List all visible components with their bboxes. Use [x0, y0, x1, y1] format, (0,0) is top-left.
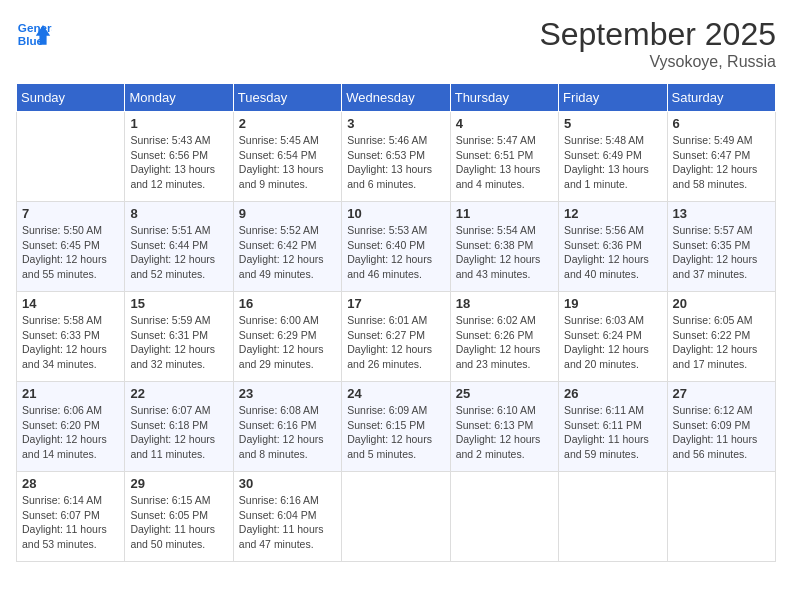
calendar-cell: 18Sunrise: 6:02 AM Sunset: 6:26 PM Dayli…	[450, 292, 558, 382]
calendar-cell: 24Sunrise: 6:09 AM Sunset: 6:15 PM Dayli…	[342, 382, 450, 472]
calendar-cell: 21Sunrise: 6:06 AM Sunset: 6:20 PM Dayli…	[17, 382, 125, 472]
calendar-cell: 9Sunrise: 5:52 AM Sunset: 6:42 PM Daylig…	[233, 202, 341, 292]
calendar-cell: 12Sunrise: 5:56 AM Sunset: 6:36 PM Dayli…	[559, 202, 667, 292]
day-info: Sunrise: 6:05 AM Sunset: 6:22 PM Dayligh…	[673, 313, 770, 372]
day-number: 17	[347, 296, 444, 311]
calendar-cell	[342, 472, 450, 562]
calendar-cell: 17Sunrise: 6:01 AM Sunset: 6:27 PM Dayli…	[342, 292, 450, 382]
day-info: Sunrise: 5:51 AM Sunset: 6:44 PM Dayligh…	[130, 223, 227, 282]
day-info: Sunrise: 6:15 AM Sunset: 6:05 PM Dayligh…	[130, 493, 227, 552]
calendar-cell: 30Sunrise: 6:16 AM Sunset: 6:04 PM Dayli…	[233, 472, 341, 562]
day-number: 29	[130, 476, 227, 491]
calendar-cell: 28Sunrise: 6:14 AM Sunset: 6:07 PM Dayli…	[17, 472, 125, 562]
day-info: Sunrise: 6:07 AM Sunset: 6:18 PM Dayligh…	[130, 403, 227, 462]
week-row-4: 21Sunrise: 6:06 AM Sunset: 6:20 PM Dayli…	[17, 382, 776, 472]
calendar-cell: 11Sunrise: 5:54 AM Sunset: 6:38 PM Dayli…	[450, 202, 558, 292]
calendar-cell: 22Sunrise: 6:07 AM Sunset: 6:18 PM Dayli…	[125, 382, 233, 472]
header-cell-sunday: Sunday	[17, 84, 125, 112]
day-number: 7	[22, 206, 119, 221]
calendar-cell: 25Sunrise: 6:10 AM Sunset: 6:13 PM Dayli…	[450, 382, 558, 472]
calendar-cell: 2Sunrise: 5:45 AM Sunset: 6:54 PM Daylig…	[233, 112, 341, 202]
day-number: 12	[564, 206, 661, 221]
day-info: Sunrise: 5:58 AM Sunset: 6:33 PM Dayligh…	[22, 313, 119, 372]
calendar-cell: 8Sunrise: 5:51 AM Sunset: 6:44 PM Daylig…	[125, 202, 233, 292]
day-info: Sunrise: 6:02 AM Sunset: 6:26 PM Dayligh…	[456, 313, 553, 372]
header-cell-wednesday: Wednesday	[342, 84, 450, 112]
calendar-cell	[559, 472, 667, 562]
day-number: 18	[456, 296, 553, 311]
calendar-cell	[17, 112, 125, 202]
day-number: 27	[673, 386, 770, 401]
day-info: Sunrise: 6:06 AM Sunset: 6:20 PM Dayligh…	[22, 403, 119, 462]
day-info: Sunrise: 5:50 AM Sunset: 6:45 PM Dayligh…	[22, 223, 119, 282]
day-info: Sunrise: 5:52 AM Sunset: 6:42 PM Dayligh…	[239, 223, 336, 282]
day-info: Sunrise: 6:12 AM Sunset: 6:09 PM Dayligh…	[673, 403, 770, 462]
calendar-cell: 4Sunrise: 5:47 AM Sunset: 6:51 PM Daylig…	[450, 112, 558, 202]
day-number: 16	[239, 296, 336, 311]
header-row: SundayMondayTuesdayWednesdayThursdayFrid…	[17, 84, 776, 112]
calendar-table: SundayMondayTuesdayWednesdayThursdayFrid…	[16, 83, 776, 562]
day-number: 14	[22, 296, 119, 311]
calendar-body: 1Sunrise: 5:43 AM Sunset: 6:56 PM Daylig…	[17, 112, 776, 562]
day-info: Sunrise: 6:10 AM Sunset: 6:13 PM Dayligh…	[456, 403, 553, 462]
day-number: 15	[130, 296, 227, 311]
calendar-cell: 7Sunrise: 5:50 AM Sunset: 6:45 PM Daylig…	[17, 202, 125, 292]
header-cell-monday: Monday	[125, 84, 233, 112]
title-block: September 2025 Vysokoye, Russia	[539, 16, 776, 71]
day-number: 30	[239, 476, 336, 491]
calendar-cell: 23Sunrise: 6:08 AM Sunset: 6:16 PM Dayli…	[233, 382, 341, 472]
calendar-cell: 19Sunrise: 6:03 AM Sunset: 6:24 PM Dayli…	[559, 292, 667, 382]
day-info: Sunrise: 6:01 AM Sunset: 6:27 PM Dayligh…	[347, 313, 444, 372]
day-number: 5	[564, 116, 661, 131]
header-cell-saturday: Saturday	[667, 84, 775, 112]
day-number: 22	[130, 386, 227, 401]
day-number: 19	[564, 296, 661, 311]
day-info: Sunrise: 6:08 AM Sunset: 6:16 PM Dayligh…	[239, 403, 336, 462]
calendar-cell: 26Sunrise: 6:11 AM Sunset: 6:11 PM Dayli…	[559, 382, 667, 472]
week-row-5: 28Sunrise: 6:14 AM Sunset: 6:07 PM Dayli…	[17, 472, 776, 562]
day-number: 11	[456, 206, 553, 221]
day-info: Sunrise: 5:45 AM Sunset: 6:54 PM Dayligh…	[239, 133, 336, 192]
header-cell-thursday: Thursday	[450, 84, 558, 112]
week-row-3: 14Sunrise: 5:58 AM Sunset: 6:33 PM Dayli…	[17, 292, 776, 382]
calendar-cell: 14Sunrise: 5:58 AM Sunset: 6:33 PM Dayli…	[17, 292, 125, 382]
logo: General Blue	[16, 16, 52, 52]
calendar-cell: 15Sunrise: 5:59 AM Sunset: 6:31 PM Dayli…	[125, 292, 233, 382]
day-number: 4	[456, 116, 553, 131]
day-info: Sunrise: 6:14 AM Sunset: 6:07 PM Dayligh…	[22, 493, 119, 552]
day-number: 20	[673, 296, 770, 311]
logo-icon: General Blue	[16, 16, 52, 52]
day-info: Sunrise: 6:03 AM Sunset: 6:24 PM Dayligh…	[564, 313, 661, 372]
day-number: 9	[239, 206, 336, 221]
day-number: 2	[239, 116, 336, 131]
day-info: Sunrise: 5:43 AM Sunset: 6:56 PM Dayligh…	[130, 133, 227, 192]
calendar-cell: 10Sunrise: 5:53 AM Sunset: 6:40 PM Dayli…	[342, 202, 450, 292]
calendar-cell: 1Sunrise: 5:43 AM Sunset: 6:56 PM Daylig…	[125, 112, 233, 202]
header-cell-tuesday: Tuesday	[233, 84, 341, 112]
page-header: General Blue September 2025 Vysokoye, Ru…	[16, 16, 776, 71]
day-number: 26	[564, 386, 661, 401]
header-cell-friday: Friday	[559, 84, 667, 112]
day-info: Sunrise: 5:59 AM Sunset: 6:31 PM Dayligh…	[130, 313, 227, 372]
day-info: Sunrise: 5:53 AM Sunset: 6:40 PM Dayligh…	[347, 223, 444, 282]
day-number: 10	[347, 206, 444, 221]
calendar-cell: 27Sunrise: 6:12 AM Sunset: 6:09 PM Dayli…	[667, 382, 775, 472]
day-number: 3	[347, 116, 444, 131]
calendar-cell: 3Sunrise: 5:46 AM Sunset: 6:53 PM Daylig…	[342, 112, 450, 202]
day-number: 8	[130, 206, 227, 221]
day-number: 23	[239, 386, 336, 401]
day-number: 28	[22, 476, 119, 491]
day-info: Sunrise: 6:00 AM Sunset: 6:29 PM Dayligh…	[239, 313, 336, 372]
week-row-2: 7Sunrise: 5:50 AM Sunset: 6:45 PM Daylig…	[17, 202, 776, 292]
day-info: Sunrise: 6:09 AM Sunset: 6:15 PM Dayligh…	[347, 403, 444, 462]
day-info: Sunrise: 5:54 AM Sunset: 6:38 PM Dayligh…	[456, 223, 553, 282]
calendar-cell: 6Sunrise: 5:49 AM Sunset: 6:47 PM Daylig…	[667, 112, 775, 202]
day-number: 13	[673, 206, 770, 221]
calendar-cell: 16Sunrise: 6:00 AM Sunset: 6:29 PM Dayli…	[233, 292, 341, 382]
day-number: 25	[456, 386, 553, 401]
calendar-cell	[450, 472, 558, 562]
day-number: 6	[673, 116, 770, 131]
calendar-cell: 20Sunrise: 6:05 AM Sunset: 6:22 PM Dayli…	[667, 292, 775, 382]
calendar-cell: 29Sunrise: 6:15 AM Sunset: 6:05 PM Dayli…	[125, 472, 233, 562]
week-row-1: 1Sunrise: 5:43 AM Sunset: 6:56 PM Daylig…	[17, 112, 776, 202]
